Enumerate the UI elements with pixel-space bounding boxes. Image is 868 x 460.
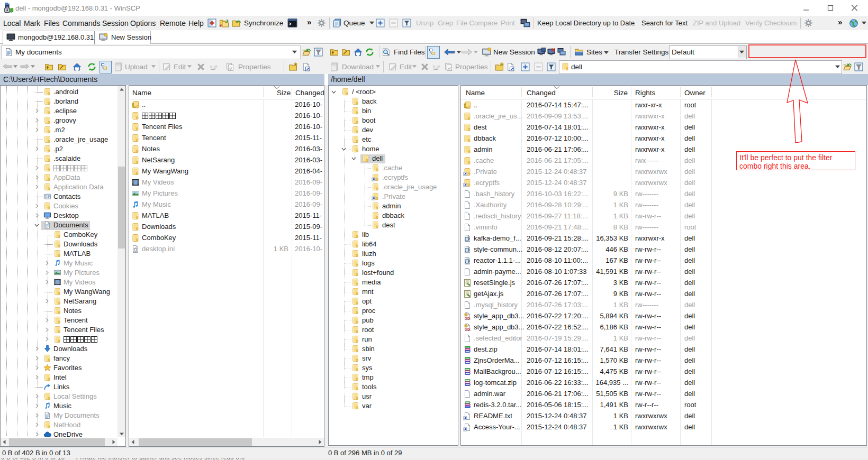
svg-text:x: x [433, 65, 435, 68]
svg-text:x: x [210, 65, 212, 68]
